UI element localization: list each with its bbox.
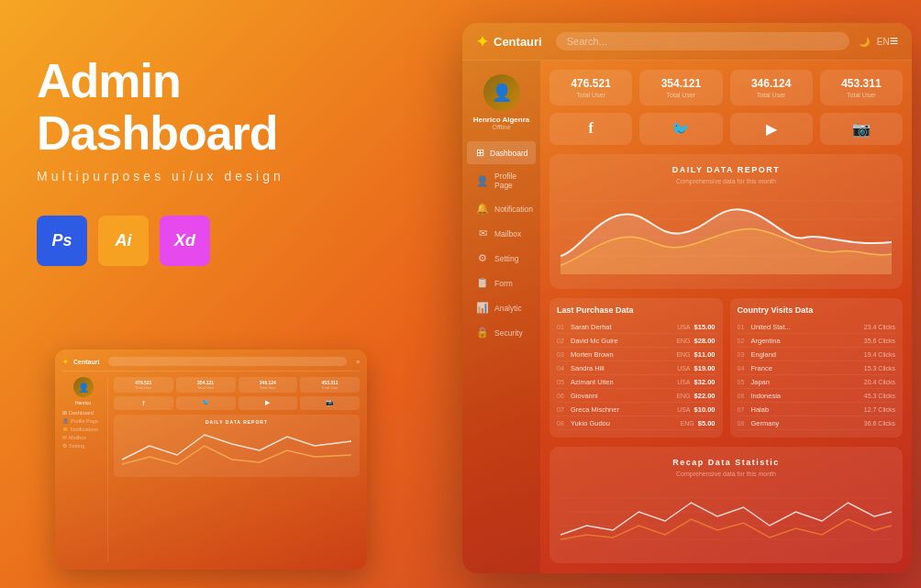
country-rows: 01 United Stat... 23.4 Clicks 02 Argenti… (738, 320, 896, 430)
dashboard-nav-icon: ⊞ (476, 147, 484, 159)
sidebar-item-label: Form (494, 279, 513, 288)
row-value: $11.00 (694, 350, 716, 359)
row-country: USA (677, 365, 690, 372)
row-num: 03 (557, 351, 568, 358)
row-num: 07 (738, 406, 749, 413)
row-value: $19.00 (694, 364, 716, 372)
recap-section: Recap Data Statistic Comprehensive data … (549, 447, 903, 563)
row-name: Halab (751, 405, 864, 414)
row-name: Germany (751, 419, 864, 427)
user-name: Henrico Algenra (472, 116, 531, 124)
row-name: France (751, 364, 864, 372)
table-row: 03 Morten Brown ENG $11.00 (557, 348, 716, 361)
table-row: 06 Indonesia 45.3 Clicks (738, 389, 896, 403)
row-country: USA (677, 406, 690, 413)
main-title: Admin Dashboard (37, 55, 385, 160)
stat-number-2: 346.124 (738, 77, 805, 90)
row-name: Japan (751, 378, 864, 386)
stat-label-2: Total User (738, 92, 805, 98)
table-row: 01 United Stat... 23.4 Clicks (738, 320, 896, 334)
recap-subtitle: Comprehensive data for this month (560, 471, 892, 477)
row-country: USA (677, 379, 690, 385)
instagram-icon: 📷 (852, 121, 871, 137)
row-value: $28.00 (694, 337, 716, 345)
table-row: 05 Japan 20.4 Clicks (738, 375, 896, 389)
table-row: 04 France 15.3 Clicks (738, 361, 896, 375)
row-name: Argentina (751, 337, 864, 345)
stat-card-3: 453.311 Total User (820, 70, 903, 105)
analytic-nav-icon: 📊 (476, 302, 489, 314)
row-num: 04 (557, 365, 568, 372)
language-selector[interactable]: EN (877, 37, 890, 47)
table-row: 08 Yukio Gudou ENG $5.00 (557, 416, 716, 430)
sidebar-item-label: Profile Page (494, 172, 527, 190)
sidebar-item-profile[interactable]: 👤 Profile Page (467, 166, 536, 195)
row-country: USA (677, 324, 690, 330)
sidebar-item-analytic[interactable]: 📊 Analytic (467, 296, 536, 319)
row-name: Sandra Hill (571, 364, 677, 372)
table-row: 05 Azimant Uiten USA $32.00 (557, 375, 716, 389)
user-role: Offline (472, 124, 531, 130)
sidebar-user-profile: 👤 Henrico Algenra Offline (462, 74, 540, 130)
row-num: 05 (738, 379, 749, 385)
social-twitter[interactable]: 🐦 (639, 113, 722, 145)
table-row: 02 Argentina 35.6 Clicks (738, 334, 896, 348)
moon-icon: 🌙 (859, 37, 870, 47)
table-row: 02 David Mc Guire ENG $28.00 (557, 334, 716, 348)
adobe-icons-group: Ps Ai Xd (37, 216, 385, 266)
row-name: Greca Mischner (571, 405, 677, 414)
security-nav-icon: 🔒 (476, 327, 489, 338)
daily-report-section: DAILY DATA REPORT Comprehensive data for… (549, 154, 903, 289)
row-num: 04 (738, 365, 749, 372)
dashboard-header: ✦ Centauri 🌙 EN ≡ (462, 23, 912, 61)
row-name: Azimant Uiten (571, 378, 677, 386)
adobe-xd-icon: Xd (160, 216, 210, 266)
row-num: 08 (557, 420, 568, 427)
sidebar-item-notification[interactable]: 🔔 Notification (467, 197, 536, 220)
last-purchase-card: Last Purchase Data 01 Sarah Derhat USA $… (549, 298, 723, 438)
stat-number-0: 476.521 (557, 77, 625, 90)
row-value: $22.00 (694, 392, 716, 400)
social-instagram[interactable]: 📷 (820, 113, 903, 145)
row-clicks: 35.6 Clicks (864, 338, 895, 344)
country-visits-card: Country Visits Data 01 United Stat... 23… (730, 298, 904, 438)
row-country: ENG (676, 393, 690, 399)
sidebar-item-setting[interactable]: ⚙ Setting (467, 247, 536, 270)
form-nav-icon: 📋 (476, 277, 489, 289)
stat-number-1: 354.121 (647, 77, 715, 90)
stat-card-1: 354.121 Total User (639, 70, 722, 105)
row-clicks: 45.3 Clicks (864, 393, 895, 399)
sidebar-item-dashboard[interactable]: ⊞ Dashboard (467, 141, 536, 164)
search-input[interactable] (556, 32, 849, 50)
hamburger-menu-icon[interactable]: ≡ (890, 33, 898, 50)
main-dashboard: ✦ Centauri 🌙 EN ≡ 👤 Henrico Algenra Offl… (462, 23, 912, 573)
sidebar-item-label: Notification (494, 205, 533, 214)
row-num: 07 (557, 406, 568, 413)
mailbox-nav-icon: ✉ (476, 227, 489, 239)
row-clicks: 19.4 Clicks (864, 351, 895, 358)
row-country: ENG (676, 351, 690, 358)
stat-label-0: Total User (557, 92, 625, 98)
row-name: Yukio Gudou (571, 419, 681, 427)
left-panel: Admin Dashboard Multipurposes ui/ux desi… (37, 55, 385, 266)
row-name: Giovanni (571, 392, 676, 400)
logo-text: Centauri (494, 35, 542, 49)
social-facebook[interactable]: f (549, 113, 632, 145)
sidebar-item-mailbox[interactable]: ✉ Mailbox (467, 222, 536, 245)
profile-nav-icon: 👤 (476, 175, 489, 187)
dashboard-main-content: 476.521 Total User 354.121 Total User 34… (540, 61, 912, 573)
row-value: $32.00 (694, 378, 716, 386)
country-visits-title: Country Visits Data (738, 305, 896, 315)
dashboard-logo: ✦ Centauri (476, 33, 542, 50)
sidebar-item-security[interactable]: 🔒 Security (467, 321, 536, 344)
small-dashboard-preview: ✦ Centauri ≡ 👤 Henrico ⊞ Dashboard 👤 Pro… (55, 349, 367, 570)
sidebar-item-label: Mailbox (494, 229, 521, 239)
table-row: 04 Sandra Hill USA $19.00 (557, 361, 716, 375)
stat-label-3: Total User (827, 92, 895, 98)
row-value: $15.00 (694, 323, 716, 331)
row-name: England (751, 350, 864, 359)
social-youtube[interactable]: ▶ (730, 113, 813, 145)
sidebar-item-form[interactable]: 📋 Form (467, 272, 536, 294)
row-num: 02 (738, 338, 749, 344)
row-num: 01 (557, 324, 568, 330)
